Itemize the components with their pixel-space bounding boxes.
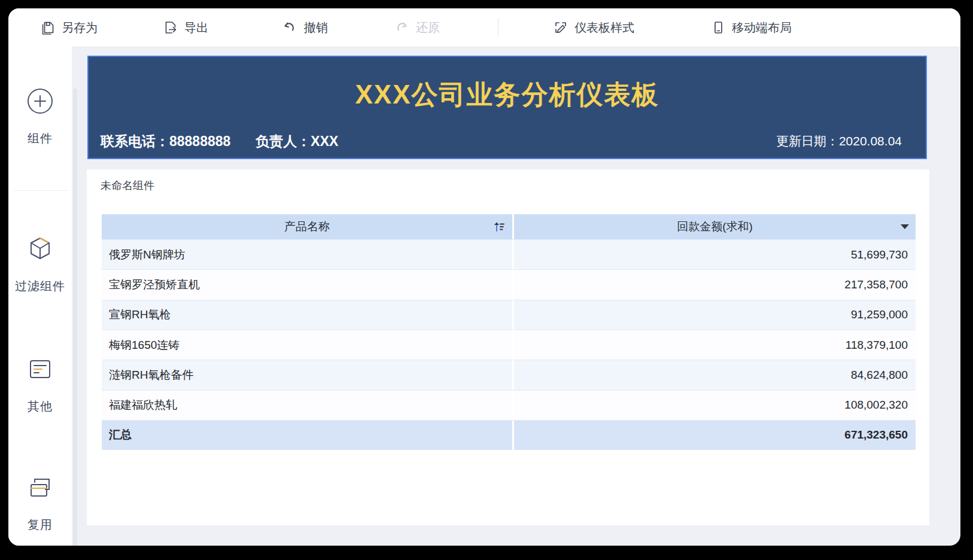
total-amount: 671,323,650: [514, 421, 916, 450]
save-as-icon: [41, 20, 55, 35]
table-total-row[interactable]: 汇总 671,323,650: [102, 420, 916, 450]
filter-cube-icon: [26, 235, 54, 263]
mobile-layout-button[interactable]: 移动端布局: [711, 8, 792, 47]
component-card[interactable]: 未命名组件 产品名称 回款金额(求和) 俄罗斯N钢牌: [87, 169, 929, 525]
toolbar-divider: [498, 19, 498, 36]
dashboard-style-label: 仪表板样式: [574, 20, 634, 36]
dropdown-arrow-icon[interactable]: [901, 224, 909, 229]
cell-product-name: 福建福欣热轧: [102, 391, 512, 420]
sidebar-item-filter-component[interactable]: 过滤组件: [8, 235, 72, 294]
component-name-label: 未命名组件: [101, 178, 154, 193]
total-label: 汇总: [102, 421, 512, 450]
sidebar-item-component[interactable]: 组件: [8, 87, 72, 147]
save-as-label: 另存为: [62, 20, 98, 36]
redo-icon: [394, 20, 409, 35]
cell-product-name: 俄罗斯N钢牌坊: [102, 240, 512, 269]
table-row[interactable]: 梅钢1650连铸 118,379,100: [102, 330, 916, 360]
column-header-product-name[interactable]: 产品名称: [102, 214, 512, 239]
table-row[interactable]: 福建福欣热轧 108,002,320: [102, 390, 916, 420]
cell-amount: 217,358,700: [514, 270, 916, 299]
dashboard-header-block[interactable]: XXX公司业务分析仪表板 联系电话：88888888 负责人：XXX 更新日期：…: [87, 56, 927, 159]
table-row[interactable]: 俄罗斯N钢牌坊 51,699,730: [102, 239, 916, 269]
sidebar-item-reuse[interactable]: 复用: [8, 474, 72, 533]
app-window: 另存为 导出 撤销 还原: [8, 8, 960, 546]
table-header-row: 产品名称 回款金额(求和): [102, 214, 916, 239]
dashboard-style-button[interactable]: 仪表板样式: [554, 8, 634, 47]
undo-icon: [282, 20, 297, 35]
cell-product-name: 涟钢RH氧枪备件: [102, 360, 512, 389]
cell-amount: 51,699,730: [514, 240, 916, 269]
toolbar: 另存为 导出 撤销 还原: [8, 8, 960, 47]
sidebar-item-label: 过滤组件: [8, 278, 72, 294]
update-date: 更新日期：2020.08.04: [776, 133, 902, 150]
column-header-label: 回款金额(求和): [677, 219, 753, 235]
cell-amount: 84,624,800: [514, 360, 916, 389]
save-as-button[interactable]: 另存为: [41, 8, 98, 47]
redo-label: 还原: [416, 20, 440, 36]
export-button[interactable]: 导出: [163, 8, 208, 47]
cell-amount: 118,379,100: [514, 330, 916, 360]
sidebar-item-label: 复用: [8, 517, 72, 533]
cell-product-name: 宝钢罗泾预矫直机: [102, 270, 512, 299]
cell-product-name: 宣钢RH氧枪: [102, 300, 512, 330]
dashboard-title: XXX公司业务分析仪表板: [89, 77, 926, 112]
add-component-icon: [26, 87, 54, 115]
redo-button[interactable]: 还原: [394, 8, 440, 47]
mobile-layout-icon: [711, 20, 725, 35]
sidebar-item-label: 其他: [8, 398, 72, 415]
data-table: 产品名称 回款金额(求和) 俄罗斯N钢牌坊 51,699,730: [102, 214, 916, 450]
reuse-copy-icon: [26, 474, 54, 501]
sidebar-item-label: 组件: [8, 130, 72, 147]
mobile-layout-label: 移动端布局: [732, 20, 792, 36]
contact-phone: 联系电话：88888888: [101, 132, 230, 151]
sidebar: 组件 过滤组件 其他: [8, 47, 72, 546]
sidebar-item-other[interactable]: 其他: [8, 355, 72, 415]
owner-name: 负责人：XXX: [256, 132, 338, 151]
column-header-amount[interactable]: 回款金额(求和): [514, 214, 916, 239]
dashboard-contact-line: 联系电话：88888888 负责人：XXX: [101, 132, 338, 151]
sort-ascending-icon[interactable]: [492, 220, 506, 233]
sidebar-divider: [13, 190, 68, 191]
table-row[interactable]: 涟钢RH氧枪备件 84,624,800: [102, 360, 916, 389]
table-row[interactable]: 宝钢罗泾预矫直机 217,358,700: [102, 269, 916, 299]
sidebar-scrollbar[interactable]: [73, 89, 77, 546]
table-row[interactable]: 宣钢RH氧枪 91,259,000: [102, 300, 916, 330]
other-doc-icon: [26, 355, 54, 383]
dashboard-style-icon: [554, 20, 568, 35]
undo-label: 撤销: [304, 20, 328, 36]
export-icon: [163, 20, 178, 35]
cell-amount: 91,259,000: [514, 300, 916, 330]
cell-product-name: 梅钢1650连铸: [102, 330, 512, 360]
column-header-label: 产品名称: [284, 219, 330, 235]
export-label: 导出: [184, 20, 208, 36]
undo-button[interactable]: 撤销: [282, 8, 328, 47]
cell-amount: 108,002,320: [514, 391, 916, 420]
